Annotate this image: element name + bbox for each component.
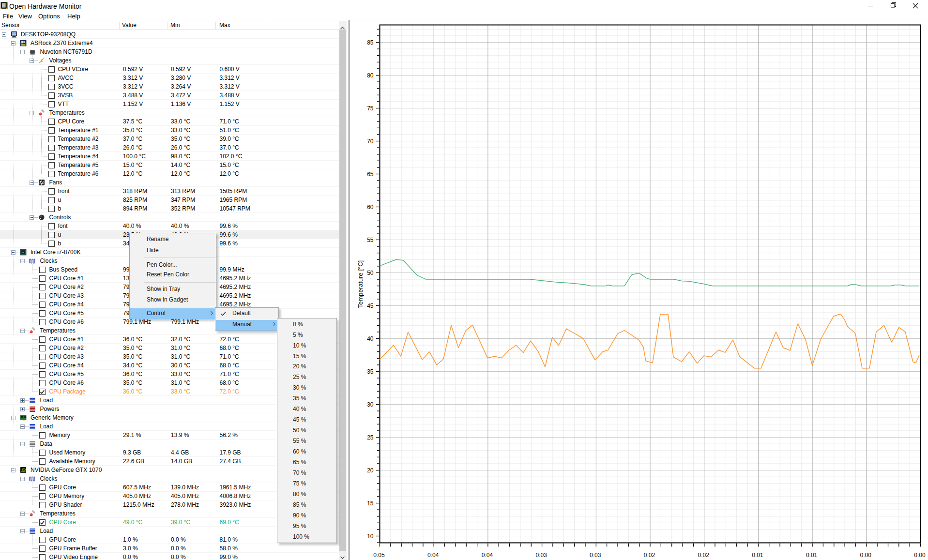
svg-text:50: 50: [367, 270, 374, 276]
svg-text:80: 80: [367, 72, 374, 79]
svg-text:55: 55: [367, 237, 374, 243]
svg-text:0:04: 0:04: [482, 552, 493, 559]
svg-text:40: 40: [367, 335, 374, 342]
svg-text:Temperature [°C]: Temperature [°C]: [357, 260, 364, 308]
svg-text:0:00: 0:00: [914, 552, 926, 559]
svg-text:20: 20: [367, 467, 374, 474]
svg-text:15: 15: [367, 500, 374, 507]
svg-text:70: 70: [367, 138, 374, 145]
svg-text:0:02: 0:02: [698, 552, 710, 559]
svg-text:0:03: 0:03: [535, 552, 547, 559]
svg-text:75: 75: [367, 105, 374, 112]
svg-text:0:02: 0:02: [644, 552, 655, 559]
svg-text:0:05: 0:05: [373, 552, 385, 559]
svg-text:30: 30: [367, 401, 374, 408]
svg-text:45: 45: [367, 303, 374, 309]
svg-text:0:03: 0:03: [590, 552, 601, 559]
svg-text:0:00: 0:00: [860, 552, 872, 559]
svg-text:0:01: 0:01: [806, 552, 818, 559]
svg-text:85: 85: [367, 39, 374, 46]
svg-text:35: 35: [367, 368, 374, 375]
svg-text:60: 60: [367, 204, 374, 211]
svg-text:0:01: 0:01: [752, 552, 763, 559]
svg-text:0:04: 0:04: [427, 552, 439, 559]
svg-text:65: 65: [367, 171, 374, 178]
svg-text:25: 25: [367, 434, 374, 441]
svg-text:10: 10: [367, 533, 374, 540]
